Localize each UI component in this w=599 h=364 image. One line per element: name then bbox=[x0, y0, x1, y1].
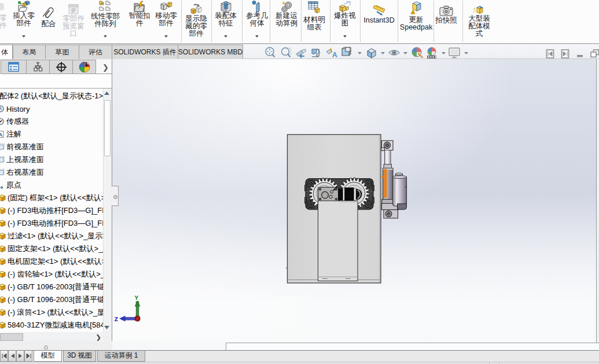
svg-text:Z: Z bbox=[115, 316, 119, 323]
svg-text:A: A bbox=[0, 131, 3, 138]
svg-text:A: A bbox=[332, 51, 337, 59]
svg-text:Y: Y bbox=[135, 295, 139, 302]
